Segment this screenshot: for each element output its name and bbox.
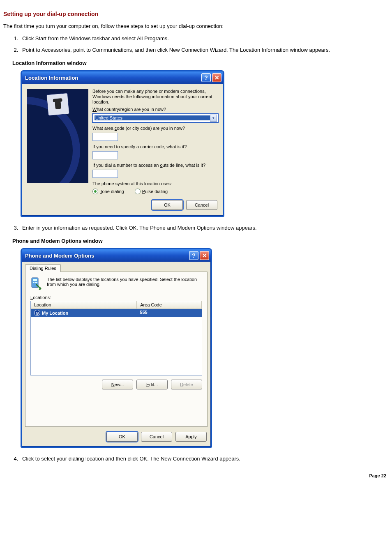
location-information-window: Location Information ? ✕ Before you can … [21, 70, 224, 217]
svg-rect-1 [33, 279, 37, 281]
new-button[interactable]: New... [102, 380, 133, 389]
chevron-down-icon[interactable]: ▾ [210, 115, 217, 122]
cancel-button[interactable]: Cancel [141, 432, 172, 442]
window-title: Phone and Modem Options [25, 253, 94, 259]
step-3: Enter in your information as requested. … [20, 224, 389, 232]
dialog-intro: Before you can make any phone or modem c… [92, 89, 218, 105]
list-item[interactable]: ◎ My Location 555 [31, 309, 202, 317]
dialog2-desc: The list below displays the locations yo… [47, 277, 202, 287]
area-code-input[interactable] [92, 133, 118, 141]
country-select[interactable]: United States ▾ [92, 114, 218, 122]
ok-button[interactable]: OK [106, 432, 138, 442]
svg-rect-3 [35, 282, 36, 283]
outside-line-input[interactable] [92, 170, 118, 178]
cancel-button[interactable]: Cancel [186, 200, 217, 210]
row-location-name: My Location [42, 311, 68, 315]
dialog-graphic [27, 89, 88, 183]
tab-page: The list below displays the locations yo… [25, 272, 208, 427]
intro-text: The first time you turn your computer on… [3, 23, 389, 29]
help-icon[interactable]: ? [201, 73, 211, 82]
list-header: Location Area Code [31, 301, 202, 309]
carrier-code-label: If you need to specify a carrier code, w… [92, 144, 218, 150]
svg-rect-2 [33, 282, 34, 283]
col-location[interactable]: Location [31, 301, 137, 309]
country-label: What country/region are you in now? [92, 107, 218, 112]
svg-rect-4 [36, 282, 37, 283]
caption-phone-modem: Phone and Modem Options window [12, 238, 389, 244]
outside-line-label: If you dial a number to access an outsid… [92, 163, 218, 168]
pulse-dialing-radio[interactable]: Pulse dialing [135, 189, 168, 194]
apply-button[interactable]: Apply [175, 432, 207, 442]
phone-modem-options-window: Phone and Modem Options ? ✕ Dialing Rule… [21, 248, 212, 448]
window-title: Location Information [25, 75, 78, 81]
ok-button[interactable]: OK [152, 200, 183, 210]
close-icon[interactable]: ✕ [200, 251, 209, 260]
locations-list[interactable]: Location Area Code ◎ My Location 555 [30, 301, 202, 375]
location-row-icon: ◎ [34, 310, 40, 316]
locations-label: Locations: [30, 295, 202, 300]
page-number: Page 22 [3, 473, 389, 478]
phone-icon [46, 93, 69, 116]
close-icon[interactable]: ✕ [212, 73, 221, 82]
area-code-label: What area code (or city code) are you in… [92, 126, 218, 131]
row-area-code: 555 [136, 309, 202, 317]
titlebar: Location Information ? ✕ [22, 71, 223, 84]
tab-dialing-rules[interactable]: Dialing Rules [25, 264, 61, 272]
caption-location-info: Location Information window [12, 60, 389, 66]
step-2: Point to Accessories, point to Communica… [20, 46, 389, 54]
delete-button: Delete [171, 380, 202, 389]
phone-system-label: The phone system at this location uses: [92, 181, 218, 187]
step-4: Click to select your dialing location an… [20, 455, 389, 463]
page-heading: Setting up your dial-up connection [3, 11, 389, 17]
help-icon[interactable]: ? [189, 251, 198, 260]
phone-list-icon [30, 277, 43, 291]
step-1: Click Start from the Windows taskbar and… [20, 35, 389, 42]
edit-button[interactable]: Edit... [136, 380, 168, 389]
tone-dialing-radio[interactable]: Tone dialing [92, 189, 124, 194]
col-area-code[interactable]: Area Code [137, 301, 202, 309]
carrier-code-input[interactable] [92, 151, 118, 159]
titlebar: Phone and Modem Options ? ✕ [22, 249, 211, 262]
country-value: United States [95, 115, 210, 120]
